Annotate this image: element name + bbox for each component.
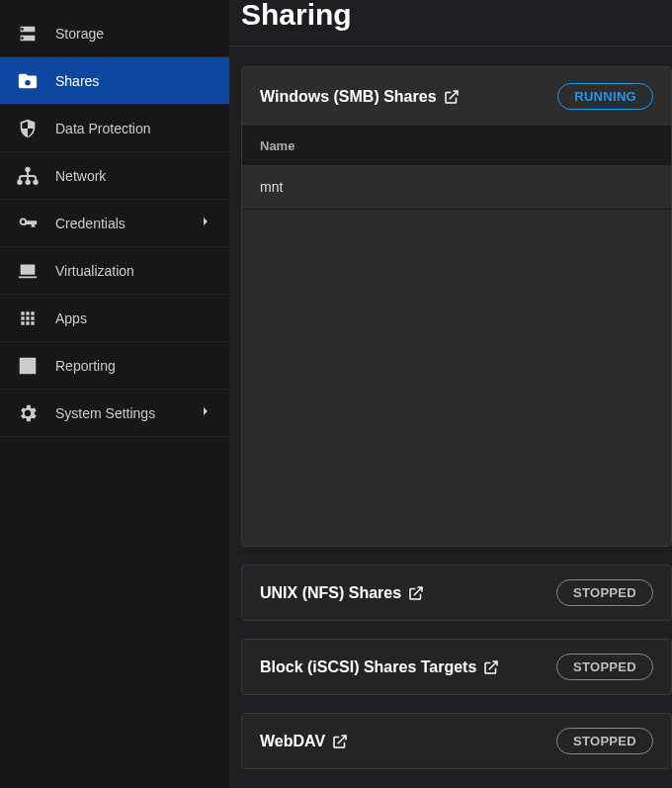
sidebar-item-apps[interactable]: Apps xyxy=(0,295,229,342)
sidebar-item-credentials[interactable]: Credentials xyxy=(0,200,229,247)
sidebar-item-data-protection[interactable]: Data Protection xyxy=(0,105,229,152)
gear-icon xyxy=(16,401,40,425)
panel-header-webdav: WebDAV STOPPED xyxy=(242,714,671,768)
sidebar-label: Storage xyxy=(55,26,213,42)
open-in-new-icon[interactable] xyxy=(331,733,349,750)
panel-title-text: Windows (SMB) Shares xyxy=(260,88,437,106)
panels: Windows (SMB) Shares RUNNING Name mnt UN… xyxy=(229,46,672,769)
sidebar-item-virtualization[interactable]: Virtualization xyxy=(0,247,229,295)
table-header-name: Name xyxy=(242,127,671,165)
sidebar-label: Credentials xyxy=(55,216,198,231)
panel-title-nfs: UNIX (NFS) Shares xyxy=(260,584,425,602)
sidebar-label: Apps xyxy=(55,310,213,326)
storage-icon xyxy=(16,22,40,45)
chevron-right-icon xyxy=(198,214,213,232)
panel-title-text: WebDAV xyxy=(260,733,325,750)
sidebar-item-shares[interactable]: Shares xyxy=(0,57,229,105)
chart-icon xyxy=(16,354,40,378)
main-content: Sharing Windows (SMB) Shares RUNNING Nam… xyxy=(229,0,672,788)
sidebar-label: Virtualization xyxy=(55,263,213,279)
panel-nfs: UNIX (NFS) Shares STOPPED xyxy=(241,565,672,621)
status-stopped-pill[interactable]: STOPPED xyxy=(556,654,653,680)
apps-icon xyxy=(16,306,40,330)
laptop-icon xyxy=(16,259,40,283)
sidebar-label: Reporting xyxy=(55,358,213,374)
sidebar-label: Network xyxy=(55,168,213,184)
panel-title-smb: Windows (SMB) Shares xyxy=(260,88,461,106)
sidebar-item-system-settings[interactable]: System Settings xyxy=(0,390,229,437)
panel-header-smb: Windows (SMB) Shares RUNNING xyxy=(242,67,671,126)
open-in-new-icon[interactable] xyxy=(407,584,425,602)
chevron-right-icon xyxy=(198,403,213,422)
panel-webdav: WebDAV STOPPED xyxy=(241,713,672,769)
panel-title-text: Block (iSCSI) Shares Targets xyxy=(260,658,476,676)
shares-icon xyxy=(16,69,40,93)
shield-icon xyxy=(16,117,40,140)
status-stopped-pill[interactable]: STOPPED xyxy=(556,728,653,754)
sidebar: Storage Shares Data Protection Network C… xyxy=(0,0,229,788)
panel-smb: Windows (SMB) Shares RUNNING Name mnt xyxy=(241,66,672,547)
sidebar-label: System Settings xyxy=(55,405,198,421)
key-icon xyxy=(16,212,40,235)
open-in-new-icon[interactable] xyxy=(443,88,461,106)
open-in-new-icon[interactable] xyxy=(482,658,500,676)
page-title: Sharing xyxy=(229,0,672,46)
network-icon xyxy=(16,164,40,188)
panel-header-nfs: UNIX (NFS) Shares STOPPED xyxy=(242,566,671,620)
sidebar-item-reporting[interactable]: Reporting xyxy=(0,342,229,390)
panel-iscsi: Block (iSCSI) Shares Targets STOPPED xyxy=(241,639,672,695)
panel-title-iscsi: Block (iSCSI) Shares Targets xyxy=(260,658,500,676)
panel-header-iscsi: Block (iSCSI) Shares Targets STOPPED xyxy=(242,640,671,694)
status-stopped-pill[interactable]: STOPPED xyxy=(556,579,653,606)
table-row[interactable]: mnt xyxy=(242,165,671,210)
smb-empty-area xyxy=(242,210,671,546)
panel-title-webdav: WebDAV xyxy=(260,733,349,750)
status-running-pill[interactable]: RUNNING xyxy=(557,83,653,110)
panel-title-text: UNIX (NFS) Shares xyxy=(260,584,401,602)
sidebar-label: Data Protection xyxy=(55,121,213,136)
sidebar-item-network[interactable]: Network xyxy=(0,152,229,200)
smb-table: Name mnt xyxy=(242,126,671,546)
sidebar-item-storage[interactable]: Storage xyxy=(0,10,229,57)
sidebar-label: Shares xyxy=(55,73,213,89)
